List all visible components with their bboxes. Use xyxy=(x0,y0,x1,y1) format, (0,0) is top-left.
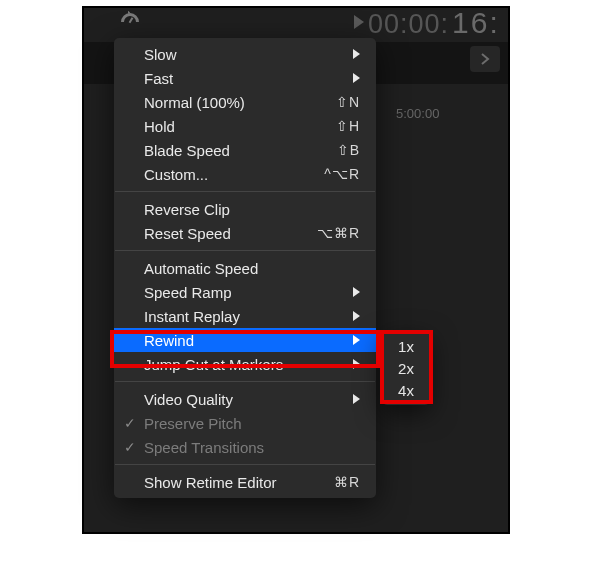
menu-normal[interactable]: Normal (100%) ⇧N xyxy=(114,90,376,114)
submenu-arrow-icon xyxy=(353,311,360,321)
submenu-arrow-icon xyxy=(353,73,360,83)
menu-preserve-pitch[interactable]: ✓ Preserve Pitch xyxy=(114,411,376,435)
duration-label: 5:00:00 xyxy=(396,106,439,121)
menu-fast[interactable]: Fast xyxy=(114,66,376,90)
menu-hold[interactable]: Hold ⇧H xyxy=(114,114,376,138)
menu-shortcut: ⇧N xyxy=(336,94,360,110)
menu-speed-ramp[interactable]: Speed Ramp xyxy=(114,280,376,304)
submenu-arrow-icon xyxy=(353,394,360,404)
menu-item-label: Custom... xyxy=(144,166,324,183)
chevron-right-icon xyxy=(480,53,490,65)
menu-shortcut: ^⌥R xyxy=(324,166,360,182)
editor-window: 00:00:16: 5:00:00 Slow Fast Normal (100%… xyxy=(82,6,510,534)
menu-item-label: Jump Cut at Markers xyxy=(144,356,347,373)
submenu-arrow-icon xyxy=(353,49,360,59)
submenu-item-label: 2x xyxy=(398,360,414,377)
menu-video-quality[interactable]: Video Quality xyxy=(114,387,376,411)
menu-item-label: Blade Speed xyxy=(144,142,337,159)
submenu-1x[interactable]: 1x xyxy=(382,335,430,357)
menu-speed-transitions[interactable]: ✓ Speed Transitions xyxy=(114,435,376,459)
menu-item-label: Slow xyxy=(144,46,347,63)
menu-item-label: Instant Replay xyxy=(144,308,347,325)
submenu-arrow-icon xyxy=(353,359,360,369)
timecode-display: 00:00:16: xyxy=(368,6,500,40)
menu-separator xyxy=(115,464,375,465)
menu-automatic-speed[interactable]: Automatic Speed xyxy=(114,256,376,280)
menu-shortcut: ⇧H xyxy=(336,118,360,134)
checkmark-icon: ✓ xyxy=(124,415,136,431)
play-icon xyxy=(354,15,364,29)
menu-separator xyxy=(115,250,375,251)
menu-item-label: Hold xyxy=(144,118,336,135)
menu-reverse-clip[interactable]: Reverse Clip xyxy=(114,197,376,221)
menu-instant-replay[interactable]: Instant Replay xyxy=(114,304,376,328)
submenu-2x[interactable]: 2x xyxy=(382,357,430,379)
menu-item-label: Video Quality xyxy=(144,391,347,408)
menu-item-label: Reverse Clip xyxy=(144,201,360,218)
menu-separator xyxy=(115,381,375,382)
submenu-arrow-icon xyxy=(353,335,360,345)
menu-shortcut: ⌘R xyxy=(334,474,360,490)
menu-rewind[interactable]: Rewind xyxy=(114,328,376,352)
rewind-submenu: 1x 2x 4x xyxy=(382,331,430,405)
menu-shortcut: ⌥⌘R xyxy=(317,225,360,241)
menu-item-label: Show Retime Editor xyxy=(144,474,334,491)
menu-jump-cut-at-markers[interactable]: Jump Cut at Markers xyxy=(114,352,376,376)
menu-item-label: Reset Speed xyxy=(144,225,317,242)
panel-chevron-button[interactable] xyxy=(470,46,500,72)
menu-item-label: Normal (100%) xyxy=(144,94,336,111)
retime-context-menu: Slow Fast Normal (100%) ⇧N Hold ⇧H Blade… xyxy=(114,38,376,498)
menu-item-label: Speed Ramp xyxy=(144,284,347,301)
menu-shortcut: ⇧B xyxy=(337,142,360,158)
menu-item-label: Speed Transitions xyxy=(144,439,360,456)
submenu-arrow-icon xyxy=(353,287,360,297)
timecode-large: 16: xyxy=(452,6,500,39)
checkmark-icon: ✓ xyxy=(124,439,136,455)
menu-slow[interactable]: Slow xyxy=(114,42,376,66)
timecode-small: 00:00: xyxy=(368,9,449,39)
menu-item-label: Rewind xyxy=(144,332,347,349)
retime-gauge-icon[interactable] xyxy=(118,10,142,32)
menu-separator xyxy=(115,191,375,192)
menu-item-label: Fast xyxy=(144,70,347,87)
menu-blade-speed[interactable]: Blade Speed ⇧B xyxy=(114,138,376,162)
menu-custom[interactable]: Custom... ^⌥R xyxy=(114,162,376,186)
submenu-item-label: 1x xyxy=(398,338,414,355)
menu-item-label: Automatic Speed xyxy=(144,260,360,277)
svg-rect-0 xyxy=(129,17,134,23)
menu-reset-speed[interactable]: Reset Speed ⌥⌘R xyxy=(114,221,376,245)
menu-item-label: Preserve Pitch xyxy=(144,415,360,432)
submenu-4x[interactable]: 4x xyxy=(382,379,430,401)
submenu-item-label: 4x xyxy=(398,382,414,399)
menu-show-retime-editor[interactable]: Show Retime Editor ⌘R xyxy=(114,470,376,494)
